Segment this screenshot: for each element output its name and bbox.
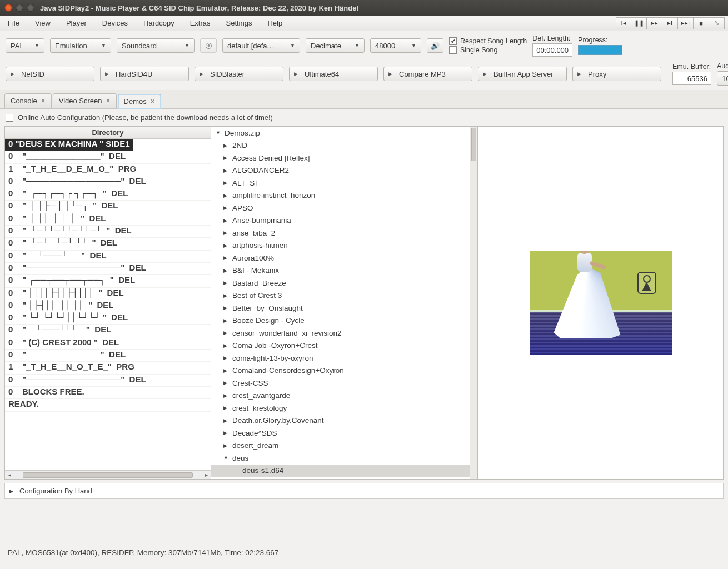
tab-console[interactable]: Console✕: [4, 93, 52, 108]
netsid-button[interactable]: ▶NetSID: [6, 67, 94, 81]
emu-buffer-field[interactable]: 65536: [672, 72, 711, 85]
tree-root[interactable]: ▼Demos.zip: [211, 127, 477, 139]
menu-file[interactable]: File: [0, 16, 27, 31]
tree-folder[interactable]: ▶coma-light-13-by-oxyron: [211, 352, 477, 365]
proxy-button[interactable]: ▶Proxy: [572, 67, 661, 81]
def-length-field[interactable]: 00:00.000: [532, 43, 572, 57]
maximize-icon[interactable]: [27, 4, 34, 12]
menu-devices[interactable]: Devices: [94, 16, 136, 31]
tree-folder[interactable]: ▶ALGODANCER2: [211, 164, 477, 177]
directory-row[interactable]: 0 "────────────────" DEL: [5, 375, 211, 387]
directory-list[interactable]: 0 "DEUS EX MACHINA " SIDE1 0 "__________…: [5, 139, 211, 470]
directory-row[interactable]: 1 "_T_H_E__D_E_M_O_" PRG: [5, 164, 211, 176]
directory-row[interactable]: 1 "_T_H_E__N_O_T_E_" PRG: [5, 362, 211, 374]
directory-row[interactable]: 0 " │ ││ │ │ │ " DEL: [5, 213, 211, 226]
hardsid4u-button[interactable]: ▶HardSID4U: [100, 67, 189, 81]
tree-folder[interactable]: ▶Crest-CSS: [211, 377, 477, 390]
directory-row[interactable]: 0 "────────────────" DEL: [5, 263, 211, 275]
tab-demos[interactable]: Demos✕: [118, 94, 161, 109]
directory-row[interactable]: 0 "────────────────" DEL: [5, 176, 211, 188]
built-in-app-server-button[interactable]: ▶Built-in App Server: [478, 67, 567, 81]
directory-row[interactable]: 0 " ││││├┤│├┤│││ " DEL: [5, 288, 211, 300]
close-icon[interactable]: ✕: [106, 97, 111, 104]
tree-folder[interactable]: ▶artphosis-hitmen: [211, 239, 477, 252]
directory-row[interactable]: 0 "________________" DEL: [5, 151, 211, 163]
resample-select[interactable]: Decimate▼: [306, 38, 365, 53]
skip-back-icon[interactable]: I◂: [616, 17, 631, 29]
directory-row[interactable]: 0 " └┘ └┘└┘││└┘└┘ " DEL: [5, 312, 211, 325]
skip-forward-icon[interactable]: ▸I: [662, 17, 678, 29]
tree-file[interactable]: deus-s1.d64: [211, 465, 477, 477]
vertical-scrollbar[interactable]: [470, 127, 477, 479]
directory-row[interactable]: 0 " │├┤││ ││ ││ " DEL: [5, 300, 211, 312]
directory-row[interactable]: 0 " └─┘└─┘└─┘└─┘ " DEL: [5, 226, 211, 238]
menu-view[interactable]: View: [27, 16, 58, 31]
menu-settings[interactable]: Settings: [218, 16, 260, 31]
menu-player[interactable]: Player: [58, 16, 94, 31]
close-icon[interactable]: ✕: [41, 97, 46, 104]
directory-row[interactable]: 0 " └─┘ └─┘ └┘ " DEL: [5, 238, 211, 250]
menu-extras[interactable]: Extras: [182, 16, 218, 31]
tree-folder[interactable]: ▶arise_biba_2: [211, 227, 477, 239]
close-icon[interactable]: ✕: [150, 98, 155, 105]
output-select[interactable]: Soundcard▼: [117, 38, 195, 53]
sidblaster-button[interactable]: ▶SIDBlaster: [195, 67, 283, 81]
tree-folder-open[interactable]: ▼deus: [211, 452, 477, 465]
compare-mp3-button[interactable]: ▶Compare MP3: [383, 67, 472, 81]
tree-folder[interactable]: ▶Aurora100%: [211, 252, 477, 264]
directory-row[interactable]: 0 " └───┘ " DEL: [5, 251, 211, 263]
tree-folder[interactable]: ▶Death.or.Glory.by.Covenant: [211, 415, 477, 427]
tree-folder[interactable]: ▶APSO: [211, 202, 477, 214]
auto-config-checkbox[interactable]: [6, 114, 13, 122]
tree-folder[interactable]: ▶Best of Crest 3: [211, 290, 477, 302]
tree-folder[interactable]: ▶Comaland-Censordesign+Oxyron: [211, 365, 477, 377]
ultimate64-button[interactable]: ▶Ultimate64: [289, 67, 378, 81]
tree-folder[interactable]: ▶Access Denied [Reflex]: [211, 152, 477, 164]
tree-folder[interactable]: ▶Decade^SDS: [211, 427, 477, 440]
tree-file[interactable]: deus-s2.d64: [211, 477, 477, 479]
pause-icon[interactable]: ❚❚: [631, 17, 647, 29]
artwork-pane: [478, 126, 724, 480]
device-select[interactable]: default [defa...▼: [222, 38, 300, 53]
directory-row[interactable]: 0 " ┌──┬──┬──┬──┐ " DEL: [5, 275, 211, 287]
record-icon[interactable]: ⦿: [200, 38, 217, 53]
tree-folder[interactable]: ▶2ND: [211, 139, 477, 152]
fast-forward-icon[interactable]: ▸▸: [647, 17, 662, 29]
minimize-icon[interactable]: [16, 4, 23, 12]
samplerate-select[interactable]: 48000▼: [370, 38, 421, 53]
close-icon[interactable]: [4, 4, 12, 12]
tree-folder[interactable]: ▶crest_krestology: [211, 402, 477, 415]
tree-folder[interactable]: ▶Bastard_Breeze: [211, 277, 477, 290]
horizontal-scrollbar[interactable]: ◂▸: [5, 470, 211, 479]
skip-end-icon[interactable]: ▸▸I: [678, 17, 694, 29]
speaker-icon[interactable]: 🔊: [427, 38, 443, 53]
tree-folder[interactable]: ▶Booze Design - Cycle: [211, 315, 477, 327]
menu-hardcopy[interactable]: Hardcopy: [136, 16, 182, 31]
directory-row[interactable]: 0 " ┌─┐┌─┐┌ ┐┌─┐ " DEL: [5, 188, 211, 201]
tree-folder[interactable]: ▶ALT_ST: [211, 177, 477, 189]
tree-folder[interactable]: ▶B&I - Mekanix: [211, 264, 477, 277]
respect-song-length-checkbox[interactable]: ✔Respect Song Length: [449, 37, 527, 45]
stop-icon[interactable]: ■: [694, 17, 709, 29]
tree-folder[interactable]: ▶censor_wonderland_xi_revision2: [211, 327, 477, 340]
directory-row[interactable]: 0 " │ │├─ │ │└─┐ " DEL: [5, 201, 211, 213]
file-tree[interactable]: ▼Demos.zip ▶2ND▶Access Denied [Reflex]▶A…: [211, 127, 477, 479]
tab-video-screen[interactable]: Video Screen✕: [53, 93, 117, 108]
directory-row[interactable]: 0 "________________" DEL: [5, 350, 211, 362]
directory-row[interactable]: 0 " (C) CREST 2000 " DEL: [5, 337, 211, 350]
single-song-checkbox[interactable]: Single Song: [449, 46, 527, 54]
tree-folder[interactable]: ▶Arise-bumpmania: [211, 214, 477, 227]
menu-help[interactable]: Help: [260, 16, 290, 31]
tree-folder[interactable]: ▶Better_by_Onslaught: [211, 302, 477, 315]
config-by-hand-row[interactable]: ▶ Configuration By Hand: [4, 483, 724, 499]
tree-folder[interactable]: ▶amplifire-instinct_horizon: [211, 189, 477, 202]
mode-select[interactable]: Emulation▼: [50, 38, 111, 53]
directory-row[interactable]: 0 " └───┘└┘ " DEL: [5, 325, 211, 337]
audio-buffer-select[interactable]: 16384▼: [717, 71, 728, 86]
tree-folder[interactable]: ▶desert_dream: [211, 440, 477, 452]
tree-folder[interactable]: ▶crest_avantgarde: [211, 390, 477, 402]
tree-folder[interactable]: ▶Coma Job -Oxyron+Crest: [211, 340, 477, 352]
progress-label: Progress:: [578, 36, 622, 44]
video-standard-select[interactable]: PAL▼: [6, 38, 44, 53]
fullscreen-exit-icon[interactable]: ⤡: [709, 17, 725, 29]
